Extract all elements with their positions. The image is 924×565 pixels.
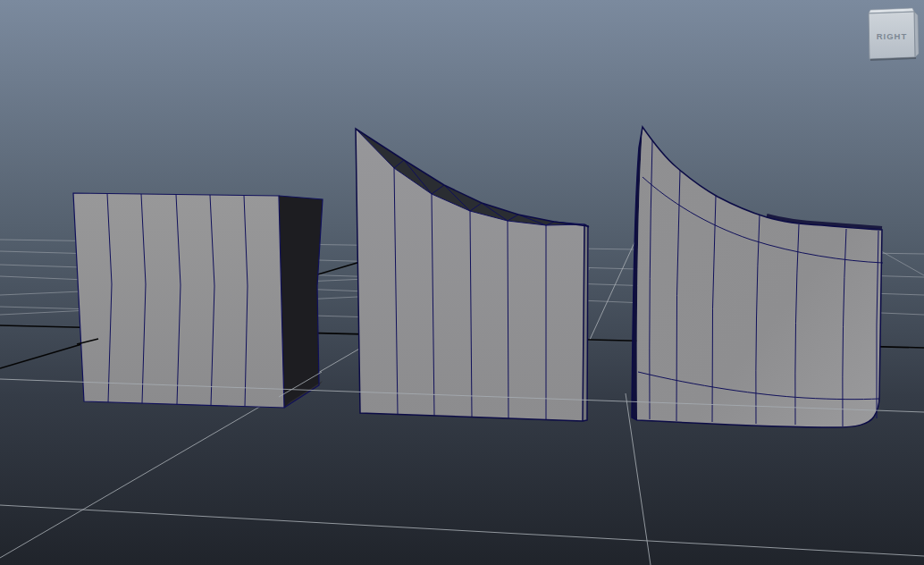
maya-3d-viewport[interactable]: RIGHT [0,0,924,565]
cube-front-face [73,193,284,408]
mesh-cube[interactable] [73,193,323,408]
view-cube-label: RIGHT [877,31,908,41]
viewport-canvas[interactable]: RIGHT [0,0,924,565]
view-cube[interactable]: RIGHT [869,8,919,60]
cube-side-face [279,196,323,408]
